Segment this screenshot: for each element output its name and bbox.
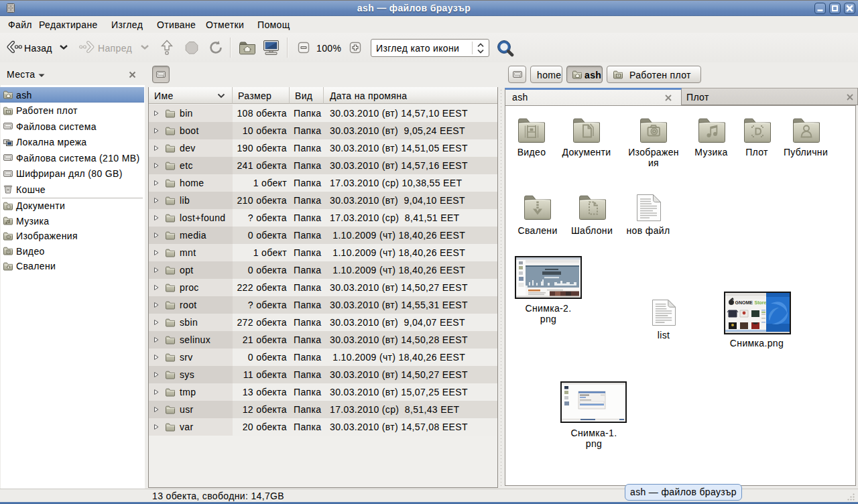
svg-text:Store: Store bbox=[755, 300, 767, 305]
svg-text:GNOME: GNOME bbox=[735, 300, 753, 305]
